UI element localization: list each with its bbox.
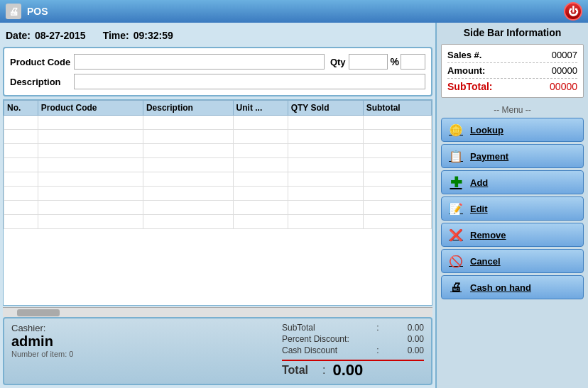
add-button[interactable]: ✚ Add — [441, 170, 584, 194]
totals-section: SubTotal : 0.00 Percent Discount: 0.00 C… — [282, 323, 424, 379]
product-code-label: Product Code — [10, 57, 74, 67]
product-code-row: Product Code Qty % — [10, 54, 425, 70]
amount-row: Amount: 00000 — [447, 63, 577, 79]
cashier-name: admin — [11, 333, 275, 350]
subtotal-key: SubTotal — [282, 323, 367, 333]
total-big-row: Total : 0.00 — [282, 360, 424, 379]
table-container[interactable]: No. Product Code Description Unit ... QT… — [3, 99, 432, 306]
cash-discount-value: 0.00 — [388, 345, 424, 355]
subtotal-colon: : — [376, 323, 379, 333]
table-row — [4, 130, 432, 144]
table-body — [4, 116, 432, 229]
col-qty-sold: QTY Sold — [288, 101, 363, 116]
cash-on-hand-button[interactable]: 🖨 Cash on hand — [441, 275, 584, 299]
lookup-icon: 🪙 — [447, 121, 464, 138]
sidebar: Side Bar Information Sales #. 00007 Amou… — [435, 23, 588, 388]
cash-on-hand-icon: 🖨 — [447, 279, 464, 296]
date-value: 08-27-2015 — [35, 30, 86, 41]
payment-label: Payment — [470, 151, 508, 162]
qty-label: Qty — [330, 57, 346, 67]
cash-discount-colon: : — [376, 345, 379, 355]
subtotal-info-label: SubTotal: — [447, 81, 493, 92]
col-unit: Unit ... — [233, 101, 288, 116]
remove-label: Remove — [470, 230, 506, 240]
description-label: Description — [10, 77, 74, 87]
total-colon: : — [322, 364, 325, 377]
lookup-button[interactable]: 🪙 Lookup — [441, 118, 584, 142]
cash-on-hand-label: Cash on hand — [470, 282, 531, 293]
date-label: Date: — [6, 30, 31, 41]
table-row — [4, 158, 432, 172]
cash-discount-row: Cash Discount : 0.00 — [282, 345, 424, 355]
description-input[interactable] — [74, 74, 425, 89]
main-container: Date: 08-27-2015 Time: 09:32:59 Product … — [0, 23, 588, 388]
amount-label: Amount: — [447, 65, 485, 76]
cancel-button[interactable]: 🚫 Cancel — [441, 249, 584, 273]
table-row — [4, 144, 432, 158]
remove-icon: ❌ — [447, 226, 464, 243]
items-count: Number of item: 0 — [11, 350, 275, 358]
items-label: Number of item: — [11, 350, 67, 358]
sidebar-info: Sales #. 00007 Amount: 00000 SubTotal: 0… — [441, 44, 584, 98]
add-label: Add — [470, 177, 488, 188]
power-icon: ⏻ — [568, 6, 578, 17]
table-row — [4, 187, 432, 201]
power-button[interactable]: ⏻ — [564, 2, 582, 21]
description-row: Description — [10, 74, 425, 89]
table-row — [4, 116, 432, 130]
table-row — [4, 215, 432, 229]
items-count-value: 0 — [69, 350, 73, 358]
percent-input[interactable] — [401, 54, 425, 70]
edit-button[interactable]: 📝 Edit — [441, 196, 584, 221]
percent-label: % — [391, 56, 399, 67]
titlebar: 🖨 POS ⏻ — [0, 0, 588, 23]
cancel-icon: 🚫 — [447, 253, 464, 270]
table-row — [4, 201, 432, 215]
time-label: Time: — [103, 30, 129, 41]
table-header-row: No. Product Code Description Unit ... QT… — [4, 101, 432, 116]
horizontal-scrollbar[interactable] — [3, 307, 432, 317]
sales-value: 00007 — [552, 50, 577, 60]
cashier-section: Cashier: admin Number of item: 0 — [11, 323, 275, 379]
product-code-input[interactable] — [74, 54, 325, 70]
left-panel: Date: 08-27-2015 Time: 09:32:59 Product … — [0, 23, 435, 388]
products-table: No. Product Code Description Unit ... QT… — [4, 100, 432, 229]
subtotal-value: 0.00 — [388, 323, 424, 333]
qty-input[interactable] — [349, 54, 388, 70]
edit-icon: 📝 — [447, 200, 464, 217]
lookup-label: Lookup — [470, 125, 503, 135]
subtotal-info-row: SubTotal: 00000 — [447, 79, 577, 94]
table-header: No. Product Code Description Unit ... QT… — [4, 101, 432, 116]
total-label: Total — [282, 364, 308, 377]
percent-discount-key: Percent Discount: — [282, 334, 367, 344]
col-product-code: Product Code — [38, 101, 143, 116]
edit-label: Edit — [470, 204, 488, 214]
subtotal-info-value: 00000 — [550, 81, 577, 92]
cash-discount-key: Cash Discount — [282, 345, 367, 355]
product-form: Product Code Qty % Description — [3, 47, 432, 96]
datetime-row: Date: 08-27-2015 Time: 09:32:59 — [3, 26, 432, 45]
app-title: POS — [27, 6, 48, 17]
remove-button[interactable]: ❌ Remove — [441, 223, 584, 247]
menu-label: -- Menu -- — [441, 105, 584, 115]
payment-button[interactable]: 📋 Payment — [441, 144, 584, 168]
status-bar: Cashier: admin Number of item: 0 SubTota… — [3, 317, 432, 385]
percent-discount-row: Percent Discount: 0.00 — [282, 334, 424, 344]
percent-discount-value: 0.00 — [388, 334, 424, 344]
subtotal-row: SubTotal : 0.00 — [282, 323, 424, 333]
col-subtotal: Subtotal — [363, 101, 431, 116]
total-value: 0.00 — [332, 361, 363, 379]
table-row — [4, 172, 432, 187]
amount-value: 00000 — [552, 65, 577, 76]
scrollbar-thumb[interactable] — [17, 309, 60, 316]
cashier-label: Cashier: — [11, 323, 275, 333]
payment-icon: 📋 — [447, 148, 464, 165]
sidebar-title: Side Bar Information — [441, 27, 584, 38]
time-value: 09:32:59 — [134, 30, 173, 41]
cancel-label: Cancel — [470, 256, 501, 267]
sales-row: Sales #. 00007 — [447, 48, 577, 63]
add-icon: ✚ — [447, 174, 464, 191]
col-no: No. — [4, 101, 38, 116]
col-description: Description — [143, 101, 233, 116]
sales-label: Sales #. — [447, 50, 481, 60]
